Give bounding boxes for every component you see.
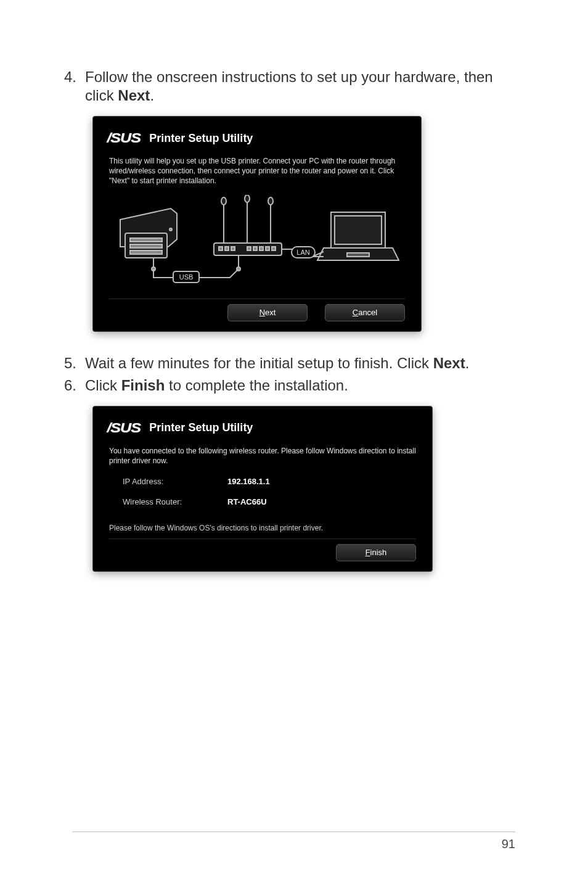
connection-diagram: USB LAN bbox=[109, 195, 405, 294]
step-5: 5. Wait a few minutes for the initial se… bbox=[64, 354, 524, 373]
dialog-1-description: This utility will help you set up the US… bbox=[109, 156, 405, 186]
svg-rect-24 bbox=[347, 253, 369, 257]
dialog-2-note: Please follow the Windows OS's direction… bbox=[109, 524, 416, 532]
svg-rect-20 bbox=[266, 247, 269, 250]
svg-rect-14 bbox=[219, 247, 223, 250]
step-4-bold: Next bbox=[118, 87, 150, 104]
step-4-number: 4. bbox=[64, 68, 85, 105]
step-5-text-a: Wait a few minutes for the initial setup… bbox=[85, 355, 433, 371]
step-6-text-a: Click bbox=[85, 377, 121, 394]
ip-address-label: IP Address: bbox=[123, 477, 227, 486]
asus-logo-icon-2: /SUS bbox=[107, 420, 140, 436]
finish-button-rest: inish bbox=[370, 548, 387, 557]
lan-label: LAN bbox=[296, 249, 309, 256]
dialog-1-button-row: Next Cancel bbox=[109, 299, 405, 321]
cancel-button-rest: ancel bbox=[358, 308, 377, 317]
router-row: Wireless Router: RT-AC66U bbox=[123, 497, 416, 506]
page-number: 91 bbox=[73, 831, 515, 851]
finish-button[interactable]: Finish bbox=[336, 544, 416, 561]
printer-setup-dialog-2: /SUS Printer Setup Utility You have conn… bbox=[92, 406, 433, 572]
svg-rect-1 bbox=[130, 238, 162, 242]
step-4: 4. Follow the onscreen instructions to s… bbox=[64, 68, 524, 105]
svg-rect-16 bbox=[231, 247, 235, 250]
finish-button-accel: F bbox=[365, 548, 370, 557]
dialog-2-wrap: /SUS Printer Setup Utility You have conn… bbox=[92, 406, 524, 572]
step-4-text-b: . bbox=[150, 87, 154, 104]
step-5-number: 5. bbox=[64, 354, 85, 373]
svg-rect-2 bbox=[130, 244, 162, 248]
printer-setup-dialog-1: /SUS Printer Setup Utility This utility … bbox=[92, 116, 422, 332]
dialog-1-wrap: /SUS Printer Setup Utility This utility … bbox=[92, 116, 524, 332]
svg-rect-18 bbox=[253, 247, 257, 250]
router-value: RT-AC66U bbox=[227, 497, 267, 506]
asus-logo-icon: /SUS bbox=[107, 130, 140, 146]
diagram-svg: USB LAN bbox=[109, 195, 405, 294]
next-button-rest: ext bbox=[265, 308, 276, 317]
router-label: Wireless Router: bbox=[123, 497, 227, 506]
cancel-button[interactable]: Cancel bbox=[325, 304, 405, 321]
step-6-text: Click Finish to complete the installatio… bbox=[85, 376, 348, 395]
svg-rect-3 bbox=[130, 250, 162, 254]
next-button[interactable]: Next bbox=[227, 304, 308, 321]
step-4-text: Follow the onscreen instructions to set … bbox=[85, 68, 524, 105]
dialog-2-description: You have connected to the following wire… bbox=[109, 446, 416, 466]
step-5-text: Wait a few minutes for the initial setup… bbox=[85, 354, 469, 373]
dialog-2-button-row: Finish bbox=[109, 538, 416, 561]
dialog-2-titlebar: /SUS Printer Setup Utility bbox=[109, 420, 416, 436]
svg-rect-17 bbox=[247, 247, 251, 250]
next-button-accel: N bbox=[259, 308, 265, 317]
ip-address-value: 192.168.1.1 bbox=[227, 477, 270, 486]
svg-point-4 bbox=[169, 228, 172, 231]
ip-address-row: IP Address: 192.168.1.1 bbox=[123, 477, 416, 486]
svg-rect-19 bbox=[259, 247, 263, 250]
dialog-1-title: Printer Setup Utility bbox=[149, 132, 253, 145]
svg-point-13 bbox=[268, 197, 273, 205]
svg-rect-21 bbox=[272, 247, 276, 250]
dialog-2-title: Printer Setup Utility bbox=[149, 421, 253, 434]
svg-point-12 bbox=[245, 195, 250, 202]
svg-rect-15 bbox=[225, 247, 229, 250]
dialog-1-titlebar: /SUS Printer Setup Utility bbox=[109, 130, 405, 146]
usb-label: USB bbox=[179, 273, 194, 281]
step-6-text-b: to complete the installation. bbox=[165, 377, 348, 394]
svg-point-11 bbox=[221, 197, 226, 205]
step-6-number: 6. bbox=[64, 376, 85, 395]
step-5-bold: Next bbox=[433, 355, 465, 371]
svg-rect-25 bbox=[335, 216, 382, 244]
step-6-bold: Finish bbox=[121, 377, 165, 394]
cancel-button-accel: C bbox=[353, 308, 358, 317]
step-6: 6. Click Finish to complete the installa… bbox=[64, 376, 524, 395]
step-5-text-b: . bbox=[465, 355, 470, 371]
